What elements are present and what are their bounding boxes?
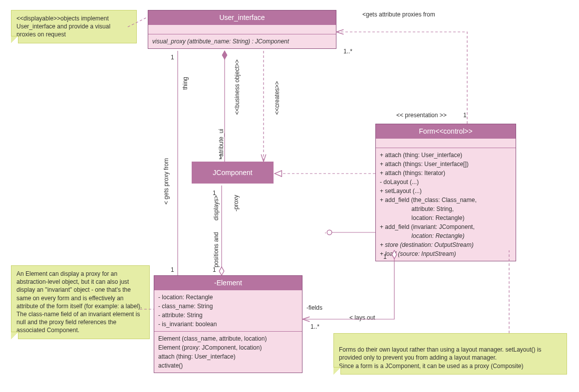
label-presentation: << presentation >>: [396, 112, 447, 119]
operation: attribute: String,: [380, 204, 512, 213]
label-one: 1: [463, 112, 467, 119]
attribute: - is_invariant: boolean: [158, 320, 298, 329]
label-one-star: 1..*: [310, 323, 319, 330]
operation: + add_field (invariant: JComponent,: [380, 222, 512, 231]
operation: + add_field (the_class: Class_name,: [380, 196, 512, 204]
label-thing: thing: [182, 77, 189, 90]
note-text: Forms do their own layout rather than us…: [339, 346, 542, 369]
note-displayable: <<displayable>>objects implement User_in…: [11, 10, 137, 43]
label-one: 1: [213, 190, 216, 196]
operation: location: Rectangle): [380, 231, 512, 240]
label-lays-out: < lays out: [349, 314, 375, 321]
class-jcomponent: JComponent: [192, 162, 274, 184]
label-fields: -fields: [306, 304, 322, 311]
note-text: <<displayable>>objects implement User_in…: [16, 15, 110, 38]
class-form: Form<<control>> + attach (thing: User_in…: [375, 124, 516, 261]
operation: + attach (things: Iterator): [380, 169, 512, 178]
label-gets-attr-proxies: <gets attribute proxies from: [362, 11, 442, 18]
label-positions-displays: positions and displays>: [213, 196, 220, 267]
operation: + store (destination: OutputStream): [380, 240, 512, 249]
operation: activate(): [158, 361, 298, 370]
operation: + attach (things: User_interface[]): [380, 160, 512, 169]
attribute: - class_name: String: [158, 302, 298, 311]
class-title: JComponent: [213, 169, 252, 177]
note-text: An Element can display a proxy for an ab…: [16, 270, 142, 334]
label-one: 1: [213, 266, 216, 273]
operation: Element (class_name, attribute, location…: [158, 334, 298, 343]
label-proxy: -proxy: [233, 195, 240, 211]
label-one-star: 1..*: [343, 48, 352, 55]
operation: + setLayout (...): [380, 187, 512, 196]
operation: - doLayout (...): [380, 178, 512, 187]
class-user-interface: User_interface visual_proxy (attribute_n…: [148, 10, 336, 49]
label-one: 1: [383, 253, 387, 260]
note-element: An Element can display a proxy for an ab…: [11, 265, 150, 339]
operation: visual_proxy (attribute_name: String) : …: [152, 37, 332, 46]
label-creates: <<creates>>: [274, 81, 281, 115]
label-one: 1: [219, 154, 222, 161]
label-business-object: <<business object>>: [234, 59, 241, 115]
label-one: 1: [171, 266, 174, 273]
operation: location: Rectangle): [380, 213, 512, 222]
class-title: Form<<control>>: [376, 124, 516, 138]
class-element: -Element - location: Rectangle - class_n…: [154, 275, 302, 373]
operation: + attach (thing: User_interface): [380, 151, 512, 160]
class-title: User_interface: [148, 10, 336, 24]
label-one: 1: [171, 54, 174, 61]
attribute: - attribute: String: [158, 311, 298, 320]
note-form: Forms do their own layout rather than us…: [333, 333, 567, 375]
label-gets-proxy: < gets proxy from: [163, 158, 170, 204]
operation: attach (thing: User_interface): [158, 352, 298, 361]
operation: Element (proxy: JComponent, location): [158, 343, 298, 352]
class-title: -Element: [154, 276, 302, 290]
attribute: - location: Rectangle: [158, 293, 298, 302]
operation: + load (source: InputStream): [380, 249, 512, 258]
